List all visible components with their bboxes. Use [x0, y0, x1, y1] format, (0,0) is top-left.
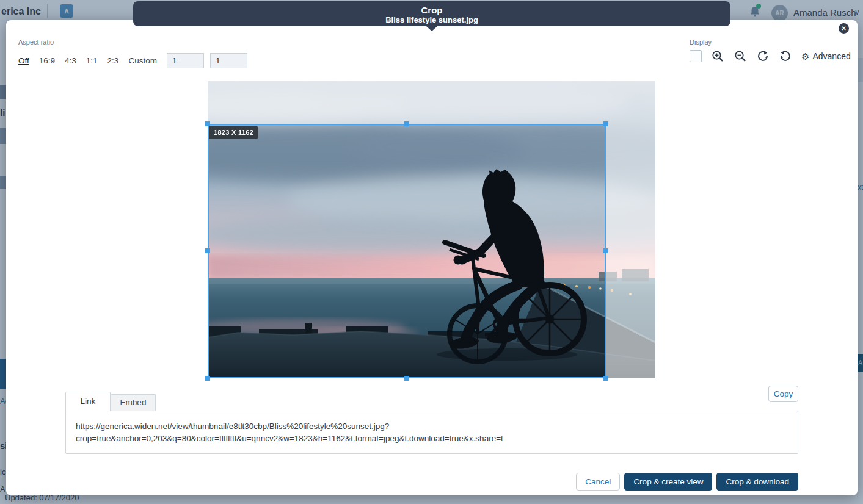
aspect-option-2-3[interactable]: 2:3	[107, 56, 119, 65]
cancel-button[interactable]: Cancel	[576, 473, 620, 491]
crop-outside-mask-right	[606, 124, 655, 378]
share-url-line2: crop=true&anchor=0,203&q=80&color=ffffff…	[76, 433, 788, 445]
crop-handle-top-left[interactable]	[205, 121, 210, 126]
crop-dialog: ✕ Aspect ratio Off 16:9 4:3 1:1 2:3 Cust…	[6, 20, 858, 495]
crop-outside-mask-top	[208, 81, 655, 124]
screen: erica Inc ∧ Assets ∨ AR Amanda Rusch ∨ l…	[0, 0, 863, 504]
gear-icon: ⚙	[801, 52, 809, 61]
image-preview: 1823 X 1162	[208, 81, 655, 378]
crop-handle-middle-left[interactable]	[205, 248, 210, 253]
copy-button[interactable]: Copy	[768, 386, 798, 402]
crop-create-view-button[interactable]: Crop & create view	[624, 473, 712, 491]
display-checkbox[interactable]	[690, 50, 702, 62]
rotate-clockwise-icon[interactable]	[756, 49, 770, 63]
crop-download-button[interactable]: Crop & download	[716, 473, 798, 491]
zoom-out-icon[interactable]	[734, 49, 747, 63]
custom-ratio-width-input[interactable]	[167, 53, 204, 68]
aspect-option-16-9[interactable]: 16:9	[39, 56, 55, 65]
aspect-option-custom[interactable]: Custom	[128, 56, 157, 65]
share-url-box[interactable]: https://generica.widen.net/view/thumbnai…	[65, 411, 798, 454]
advanced-button[interactable]: ⚙ Advanced	[801, 51, 851, 61]
aspect-ratio-options: Off 16:9 4:3 1:1 2:3 Custom	[18, 52, 247, 68]
aspect-ratio-label: Aspect ratio	[18, 38, 54, 46]
crop-dimensions-badge: 1823 X 1162	[209, 126, 258, 139]
zoom-in-icon[interactable]	[711, 49, 724, 63]
crop-handle-top-center[interactable]	[404, 121, 409, 126]
display-label: Display	[690, 38, 712, 46]
dialog-title: Crop	[133, 5, 730, 15]
title-bar-notch	[426, 26, 437, 31]
tab-embed[interactable]: Embed	[111, 394, 156, 411]
share-tabs: Link Embed	[65, 392, 156, 411]
custom-ratio-height-input[interactable]	[210, 53, 247, 68]
tab-link[interactable]: Link	[65, 392, 111, 411]
crop-handle-bottom-right[interactable]	[603, 376, 608, 381]
dialog-actions: Cancel Crop & create view Crop & downloa…	[576, 473, 798, 491]
aspect-option-1-1[interactable]: 1:1	[86, 56, 98, 65]
aspect-option-4-3[interactable]: 4:3	[65, 56, 76, 65]
rotate-counterclockwise-icon[interactable]	[779, 49, 792, 63]
close-icon[interactable]: ✕	[839, 23, 849, 34]
crop-handle-middle-right[interactable]	[603, 248, 608, 253]
crop-handle-top-right[interactable]	[603, 121, 608, 126]
dialog-title-bar: Crop Bliss lifestyle sunset.jpg	[133, 1, 730, 26]
share-url-line1: https://generica.widen.net/view/thumbnai…	[76, 420, 788, 433]
advanced-label: Advanced	[812, 51, 850, 61]
crop-selection[interactable]	[208, 124, 606, 378]
dialog-filename: Bliss lifestyle sunset.jpg	[133, 15, 730, 24]
display-controls: ⚙ Advanced	[690, 49, 851, 63]
crop-handle-bottom-left[interactable]	[205, 376, 210, 381]
crop-handle-bottom-center[interactable]	[404, 376, 409, 381]
aspect-option-off[interactable]: Off	[18, 56, 29, 65]
